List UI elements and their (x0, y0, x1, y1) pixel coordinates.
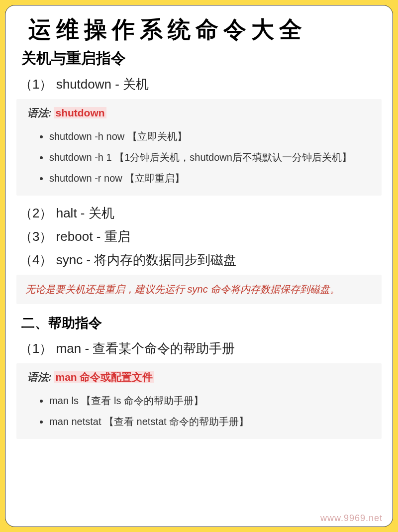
cmd-item-2: （2） halt - 关机 (19, 205, 379, 222)
cmd-num: （4） (19, 252, 52, 267)
cmd-num: （1） (19, 341, 52, 356)
cmd-item-4: （4） sync - 将内存的数据同步到磁盘 (19, 251, 379, 269)
cmd-num: （2） (19, 206, 52, 220)
list-item: man netstat 【查看 netstat 命令的帮助手册】 (49, 411, 373, 432)
cmd-text: reboot - 重启 (56, 229, 130, 244)
man-bullet-list: man ls 【查看 ls 命令的帮助手册】 man netstat 【查看 n… (27, 390, 373, 432)
cmd-num: （3） (19, 229, 52, 244)
cmd-item-3: （3） reboot - 重启 (19, 228, 379, 245)
cmd-text: shutdown - 关机 (56, 77, 149, 92)
cmd-text: sync - 将内存的数据同步到磁盘 (56, 252, 237, 267)
list-item: shutdown -r now 【立即重启】 (49, 168, 373, 189)
list-item: shutdown -h 1 【1分钟后关机，shutdown后不填默认一分钟后关… (49, 147, 373, 168)
list-item: man ls 【查看 ls 命令的帮助手册】 (49, 390, 373, 411)
syntax-label: 语法: (27, 107, 52, 118)
cmd-item-1: （1） shutdown - 关机 (19, 76, 379, 93)
cmd-text: man - 查看某个命令的帮助手册 (56, 341, 235, 356)
section1-heading: 关机与重启指令 (19, 48, 379, 69)
shutdown-code-block: 语法: shutdown shutdown -h now 【立即关机】 shut… (16, 99, 382, 196)
document-page: 运维操作系统命令大全 关机与重启指令 （1） shutdown - 关机 语法:… (5, 5, 393, 527)
cmd-item-man: （1） man - 查看某个命令的帮助手册 (19, 340, 379, 357)
cmd-num: （1） (19, 77, 52, 92)
syntax-command: man 命令或配置文件 (54, 371, 154, 383)
note-text: 无论是要关机还是重启，建议先运行 sync 命令将内存数据保存到磁盘。 (25, 284, 340, 295)
syntax-row: 语法: shutdown (27, 106, 373, 120)
syntax-command: shutdown (54, 107, 106, 118)
watermark-text: www.9969.net (320, 513, 383, 524)
page-title: 运维操作系统命令大全 (19, 14, 379, 45)
cmd-text: halt - 关机 (56, 206, 114, 220)
section2-heading: 二、帮助指令 (19, 314, 379, 332)
man-code-block: 语法: man 命令或配置文件 man ls 【查看 ls 命令的帮助手册】 m… (16, 363, 382, 439)
sync-note-block: 无论是要关机还是重启，建议先运行 sync 命令将内存数据保存到磁盘。 (16, 275, 382, 304)
shutdown-bullet-list: shutdown -h now 【立即关机】 shutdown -h 1 【1分… (27, 126, 373, 189)
syntax-label: 语法: (27, 371, 52, 383)
list-item: shutdown -h now 【立即关机】 (49, 126, 373, 147)
syntax-row: 语法: man 命令或配置文件 (27, 370, 373, 384)
